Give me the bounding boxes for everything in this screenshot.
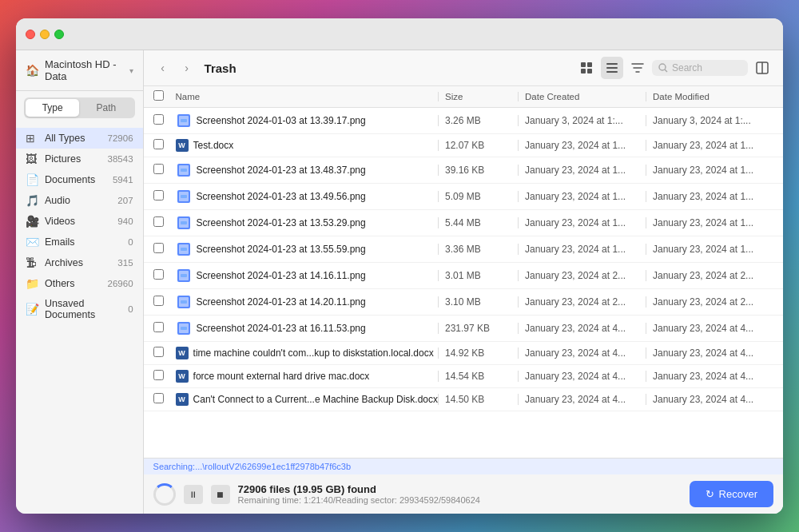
filter-button[interactable] [626,57,649,79]
table-row[interactable]: W time machine couldn't com...kup to dis… [144,342,783,365]
row-checkbox[interactable] [153,190,164,200]
row-modified: January 23, 2024 at 4... [646,371,773,382]
table-row[interactable]: W Test.docx 12.07 KB January 23, 2024 at… [144,134,783,157]
row-checkbox[interactable] [153,322,164,332]
file-table: Name Size Date Created Date Modified Scr… [144,86,783,458]
sidebar-header: 🏠 Macintosh HD - Data ▾ [16,50,143,91]
list-view-button[interactable] [601,57,623,79]
sidebar-item-count: 72906 [108,133,133,143]
row-checkbox[interactable] [153,393,164,403]
status-bar: Searching:...\rolloutV2\62699e1ec1ff2978… [144,458,783,514]
chevron-down-icon: ▾ [129,66,133,75]
row-name: Screenshot 2024-01-03 at 13.39.17.png [197,115,438,126]
svg-rect-22 [181,221,187,224]
screenshot-icon [176,241,192,257]
screenshot-icon [176,320,192,336]
row-size: 3.10 MB [438,296,518,308]
recover-label: Recover [719,488,757,500]
row-created: January 23, 2024 at 1... [518,165,646,176]
picture-icon: 🖼 [26,153,38,165]
back-button[interactable]: ‹ [153,58,173,77]
row-checkbox[interactable] [153,347,164,357]
screenshot-icon [176,294,192,310]
row-size: 231.97 KB [438,323,518,334]
grid-view-button[interactable] [575,57,598,79]
svg-point-7 [659,64,666,70]
row-name: Screenshot 2024-01-23 at 14.20.11.png [197,296,438,308]
table-row[interactable]: Screenshot 2024-01-23 at 13.49.56.png 5.… [144,184,783,210]
table-row[interactable]: Screenshot 2024-01-23 at 13.53.29.png 5.… [144,210,783,236]
tab-path[interactable]: Path [79,99,133,117]
sidebar-item-documents[interactable]: 📄 Documents 5941 [16,169,143,190]
sidebar-item-archives[interactable]: 🗜 Archives 315 [16,252,143,273]
row-name: Screenshot 2024-01-23 at 13.53.29.png [197,217,438,228]
row-created: January 23, 2024 at 1... [518,140,646,151]
row-checkbox[interactable] [153,114,164,125]
row-checkbox[interactable] [153,370,164,380]
row-created: January 23, 2024 at 4... [518,323,646,334]
sidebar-item-count: 0 [128,237,133,247]
sidebar-item-count: 5941 [113,175,133,185]
search-input[interactable] [672,62,736,73]
sidebar-item-others[interactable]: 📁 Others 26960 [16,273,143,294]
tab-switcher: Type Path [24,97,135,118]
table-row[interactable]: Screenshot 2024-01-23 at 13.48.37.png 39… [144,157,783,184]
row-modified: January 23, 2024 at 2... [646,296,773,308]
svg-rect-6 [606,71,618,73]
row-checkbox[interactable] [153,296,164,306]
row-checkbox[interactable] [153,269,164,280]
row-size: 5.44 MB [438,217,518,228]
close-button[interactable] [26,30,35,39]
row-size: 14.92 KB [438,347,518,359]
row-modified: January 23, 2024 at 4... [646,347,773,359]
row-created: January 23, 2024 at 4... [518,371,646,382]
tab-type[interactable]: Type [26,99,79,117]
table-row[interactable]: Screenshot 2024-01-23 at 14.20.11.png 3.… [144,289,783,316]
archive-icon: 🗜 [26,256,38,269]
sidebar-item-count: 207 [117,196,133,205]
table-row[interactable]: Screenshot 2024-01-03 at 13.39.17.png 3.… [144,108,783,134]
row-size: 12.07 KB [438,140,518,151]
row-size: 3.36 MB [438,244,518,255]
sidebar-item-audio[interactable]: 🎵 Audio 207 [16,190,143,211]
col-header-modified: Date Modified [646,92,773,101]
stop-button[interactable]: ⏹ [211,485,230,504]
select-all-checkbox[interactable] [153,90,164,101]
row-checkbox[interactable] [153,216,164,227]
table-row[interactable]: W Can't Connect to a Current...e Machine… [144,388,783,411]
sidebar-item-pictures[interactable]: 🖼 Pictures 38543 [16,149,143,169]
sidebar-item-count: 38543 [108,154,133,164]
table-row[interactable]: Screenshot 2024-01-23 at 13.55.59.png 3.… [144,236,783,263]
row-size: 3.26 MB [438,115,518,126]
row-checkbox[interactable] [153,243,164,253]
table-row[interactable]: Screenshot 2024-01-23 at 14.16.11.png 3.… [144,263,783,289]
search-box [652,60,748,76]
row-size: 5.09 MB [438,191,518,202]
screenshot-icon [176,162,192,178]
table-row[interactable]: Screenshot 2024-01-23 at 16.11.53.png 23… [144,316,783,342]
forward-button[interactable]: › [177,58,197,77]
row-checkbox[interactable] [153,164,164,174]
sidebar-item-videos[interactable]: 🎥 Videos 940 [16,211,143,232]
row-checkbox[interactable] [153,139,164,149]
minimize-button[interactable] [40,30,50,39]
sidebar-item-all-types[interactable]: ⊞ All Types 72906 [16,128,143,149]
word-icon: W [176,393,189,406]
screenshot-icon [176,113,192,129]
row-modified: January 3, 2024 at 1:... [646,115,773,126]
row-name: Can't Connect to a Current...e Machine B… [193,394,438,405]
col-header-created: Date Created [518,92,646,101]
row-name: Screenshot 2024-01-23 at 13.48.37.png [197,165,438,176]
recover-button[interactable]: ↻ Recover [690,481,773,507]
pause-button[interactable]: ⏸ [184,485,203,504]
svg-rect-13 [181,119,187,122]
word-icon: W [176,370,189,383]
sidebar-item-emails[interactable]: ✉️ Emails 0 [16,232,143,252]
maximize-button[interactable] [54,30,64,39]
screenshot-icon [176,215,192,231]
row-size: 39.16 KB [438,165,518,176]
table-row[interactable]: W force mount external hard drive mac.do… [144,365,783,388]
sidebar-item-unsaved[interactable]: 📝 Unsaved Documents 0 [16,294,143,324]
preview-button[interactable] [751,57,773,79]
traffic-lights [26,30,64,39]
